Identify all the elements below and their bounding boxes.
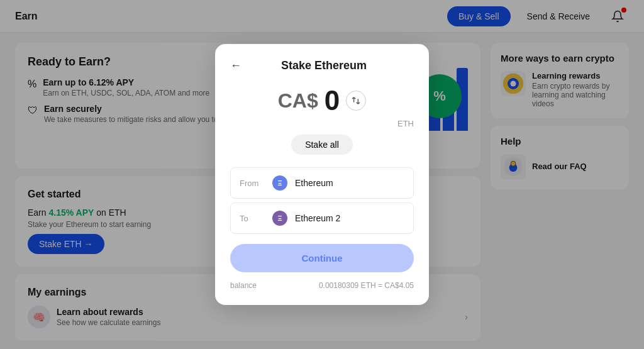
modal-header: ← Stake Ethereum [230,59,414,72]
modal-amount-row: CA$ 0 [230,85,414,116]
from-to-section: From Ξ Ethereum To Ξ Ethereum 2 [230,167,414,234]
modal-currency-sub: ETH [230,119,414,128]
modal-overlay[interactable]: ← Stake Ethereum CA$ 0 ETH Stake all Fro… [0,0,644,349]
to-label: To [240,214,265,223]
modal-title: Stake Ethereum [249,59,414,72]
balance-label: balance [230,281,257,290]
to-coin-name: Ethereum 2 [295,213,340,223]
ethereum2-icon: Ξ [272,211,287,226]
stake-all-button[interactable]: Stake all [291,135,353,155]
balance-value: 0.00180309 ETH = CA$4.05 [319,281,414,290]
balance-row: balance 0.00180309 ETH = CA$4.05 [230,281,414,290]
from-coin-name: Ethereum [295,178,333,188]
continue-button[interactable]: Continue [230,244,414,272]
modal-amount-value: 0 [325,85,340,116]
stake-ethereum-modal: ← Stake Ethereum CA$ 0 ETH Stake all Fro… [215,44,429,305]
ethereum-icon: Ξ [272,175,287,191]
from-label: From [240,179,265,188]
from-row: From Ξ Ethereum [230,167,414,199]
to-row: To Ξ Ethereum 2 [230,202,414,234]
modal-back-button[interactable]: ← [230,59,242,72]
modal-currency-prefix: CA$ [278,89,318,113]
swap-currency-button[interactable] [346,91,366,111]
swap-icon [351,96,361,106]
